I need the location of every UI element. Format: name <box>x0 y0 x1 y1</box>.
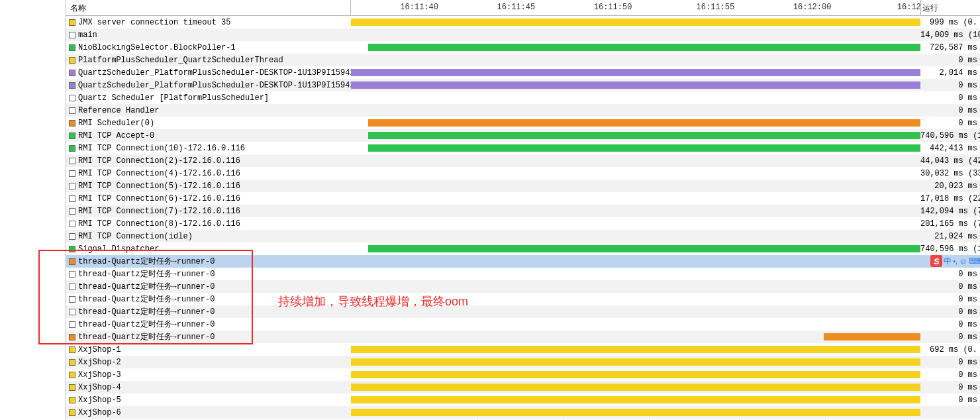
run-time-cell: 0 ms <box>920 320 980 329</box>
thread-name-cell[interactable]: RMI TCP Connection(8)-172.16.0.116 <box>66 219 351 229</box>
table-row[interactable]: thread-Quartz定时任务→runner-00 ms <box>66 318 980 331</box>
table-row[interactable]: NioBlockingSelector.BlockPoller-1726,587… <box>66 41 980 54</box>
thread-name-cell[interactable]: RMI TCP Connection(4)-172.16.0.116 <box>66 169 351 178</box>
thread-color-icon <box>69 19 75 26</box>
thread-name-cell[interactable]: thread-Quartz定时任务→runner-0 <box>66 268 351 280</box>
thread-name-cell[interactable]: thread-Quartz定时任务→runner-0 <box>66 281 351 292</box>
table-row[interactable]: RMI TCP Connection(2)-172.16.0.11644,043… <box>66 154 980 167</box>
thread-name-cell[interactable]: PlatformPlusScheduler_QuartzSchedulerThr… <box>66 56 351 65</box>
table-row[interactable]: XxjShop-40 ms <box>66 381 980 394</box>
table-row[interactable]: JMX server connection timeout 35999 ms (… <box>66 16 980 28</box>
ime-keyboard-icon[interactable]: ⌨ <box>969 256 980 266</box>
table-row[interactable]: thread-Quartz定时任务→runner-00 ms <box>66 293 980 305</box>
thread-activity-bar <box>351 69 920 76</box>
table-row[interactable]: PlatformPlusScheduler_QuartzSchedulerThr… <box>66 54 980 66</box>
thread-name-cell[interactable]: XxjShop-2 <box>66 358 351 367</box>
thread-name-cell[interactable]: RMI TCP Connection(idle) <box>66 232 351 241</box>
table-row[interactable]: thread-Quartz定时任务→runner-00 ms <box>66 331 980 343</box>
thread-color-icon <box>69 44 75 51</box>
run-time-cell: 44,043 ms (42. <box>920 156 980 166</box>
table-row[interactable]: XxjShop-30 ms <box>66 368 980 381</box>
ime-badge-icon[interactable]: S <box>930 255 942 267</box>
thread-color-icon <box>69 359 75 366</box>
thread-color-icon <box>69 321 75 328</box>
table-row[interactable]: QuartzScheduler_PlatformPlusScheduler-DE… <box>66 79 980 91</box>
table-row[interactable]: thread-Quartz定时任务→runner-0 <box>66 255 980 268</box>
table-row[interactable]: thread-Quartz定时任务→runner-00 ms <box>66 305 980 318</box>
ime-toolbar[interactable]: S 中 •, ☺ ⌨ <box>930 255 980 267</box>
thread-name: RMI Scheduler(0) <box>78 119 154 128</box>
thread-name-cell[interactable]: NioBlockingSelector.BlockPoller-1 <box>66 43 351 52</box>
table-row[interactable]: QuartzScheduler_PlatformPlusScheduler-DE… <box>66 66 980 79</box>
table-row[interactable]: main14,009 ms (10 <box>66 28 980 41</box>
thread-name: PlatformPlusScheduler_QuartzSchedulerThr… <box>78 56 283 65</box>
table-row[interactable]: RMI TCP Connection(5)-172.16.0.11620,023… <box>66 180 980 192</box>
thread-name-cell[interactable]: RMI TCP Connection(5)-172.16.0.116 <box>66 182 351 191</box>
thread-name-cell[interactable]: RMI TCP Connection(7)-172.16.0.116 <box>66 207 351 216</box>
table-row[interactable]: RMI TCP Connection(idle)21,024 ms <box>66 230 980 242</box>
table-row[interactable]: XxjShop-6 <box>66 406 980 419</box>
run-time-cell: 692 ms (0. <box>920 345 980 354</box>
table-row[interactable]: RMI TCP Connection(8)-172.16.0.116201,16… <box>66 217 980 230</box>
timeline-cell <box>351 192 920 205</box>
table-row[interactable]: thread-Quartz定时任务→runner-00 ms <box>66 280 980 293</box>
thread-name: RMI TCP Connection(7)-172.16.0.116 <box>78 207 240 216</box>
thread-name: RMI TCP Connection(10)-172.16.0.116 <box>78 144 245 153</box>
run-time-cell: 2,014 ms <box>920 68 980 78</box>
thread-name-cell[interactable]: thread-Quartz定时任务→runner-0 <box>66 256 351 267</box>
timeline-cell <box>351 41 920 54</box>
thread-name-cell[interactable]: thread-Quartz定时任务→runner-0 <box>66 319 351 330</box>
run-time-cell: 0 ms <box>920 93 980 103</box>
ime-punct-icon[interactable]: •, <box>953 258 957 265</box>
thread-name: thread-Quartz定时任务→runner-0 <box>78 331 215 342</box>
ime-lang-icon[interactable]: 中 <box>944 256 952 267</box>
thread-activity-bar <box>368 44 920 51</box>
table-row[interactable]: RMI TCP Connection(4)-172.16.0.11630,032… <box>66 167 980 180</box>
table-row[interactable]: Reference Handler0 ms <box>66 104 980 117</box>
thread-activity-bar <box>368 119 920 127</box>
table-row[interactable]: RMI TCP Connection(7)-172.16.0.116142,09… <box>66 205 980 217</box>
thread-name-cell[interactable]: QuartzScheduler_PlatformPlusScheduler-DE… <box>66 68 351 78</box>
thread-color-icon <box>69 221 75 227</box>
table-row[interactable]: XxjShop-1692 ms (0. <box>66 343 980 356</box>
thread-name-cell[interactable]: Signal Dispatcher <box>66 244 351 254</box>
run-time-cell: 0 ms <box>920 395 980 405</box>
thread-color-icon <box>69 120 75 127</box>
thread-name-cell[interactable]: thread-Quartz定时任务→runner-0 <box>66 331 351 342</box>
table-row[interactable]: XxjShop-20 ms <box>66 356 980 368</box>
table-row[interactable]: Quartz Scheduler [PlatformPlusScheduler]… <box>66 91 980 104</box>
table-row[interactable]: XxjShop-50 ms <box>66 394 980 406</box>
name-column-header[interactable]: 名称 <box>66 0 351 15</box>
thread-name-cell[interactable]: QuartzScheduler_PlatformPlusScheduler-DE… <box>66 81 351 90</box>
table-row[interactable]: RMI Scheduler(0)0 ms <box>66 117 980 129</box>
timeline-cell <box>351 356 920 368</box>
table-row[interactable]: thread-Quartz定时任务→runner-00 ms <box>66 268 980 280</box>
thread-name-cell[interactable]: RMI TCP Connection(2)-172.16.0.116 <box>66 156 351 166</box>
table-row[interactable]: RMI TCP Accept-0740,596 ms (10 <box>66 129 980 142</box>
thread-name-cell[interactable]: XxjShop-1 <box>66 345 351 354</box>
run-time-cell: 0 ms <box>920 106 980 115</box>
thread-name-cell[interactable]: JMX server connection timeout 35 <box>66 18 351 27</box>
thread-name: XxjShop-3 <box>78 370 121 380</box>
table-row[interactable]: Signal Dispatcher740,596 ms (10 <box>66 242 980 255</box>
thread-name-cell[interactable]: XxjShop-3 <box>66 370 351 380</box>
thread-name-cell[interactable]: main <box>66 30 351 40</box>
table-row[interactable]: RMI TCP Connection(6)-172.16.0.11617,018… <box>66 192 980 205</box>
thread-name-cell[interactable]: XxjShop-4 <box>66 383 351 392</box>
thread-name: thread-Quartz定时任务→runner-0 <box>78 319 215 330</box>
thread-name-cell[interactable]: Quartz Scheduler [PlatformPlusScheduler] <box>66 93 351 103</box>
thread-name-cell[interactable]: XxjShop-5 <box>66 395 351 405</box>
thread-name-cell[interactable]: XxjShop-6 <box>66 408 351 417</box>
ime-emoji-icon[interactable]: ☺ <box>959 256 967 266</box>
thread-name-cell[interactable]: Reference Handler <box>66 106 351 115</box>
run-column-header[interactable]: 运行 <box>920 0 980 15</box>
thread-name-cell[interactable]: RMI TCP Accept-0 <box>66 131 351 140</box>
thread-name-cell[interactable]: RMI Scheduler(0) <box>66 119 351 128</box>
timeline-cell <box>351 180 920 192</box>
thread-name-cell[interactable]: RMI TCP Connection(10)-172.16.0.116 <box>66 144 351 153</box>
run-time-cell: 30,032 ms (33. <box>920 169 980 178</box>
table-header: 名称 16:11:4016:11:4516:11:5016:11:5516:12… <box>66 0 980 16</box>
run-time-cell: 0 ms <box>920 307 980 317</box>
table-row[interactable]: RMI TCP Connection(10)-172.16.0.116442,4… <box>66 142 980 154</box>
thread-name-cell[interactable]: RMI TCP Connection(6)-172.16.0.116 <box>66 194 351 203</box>
